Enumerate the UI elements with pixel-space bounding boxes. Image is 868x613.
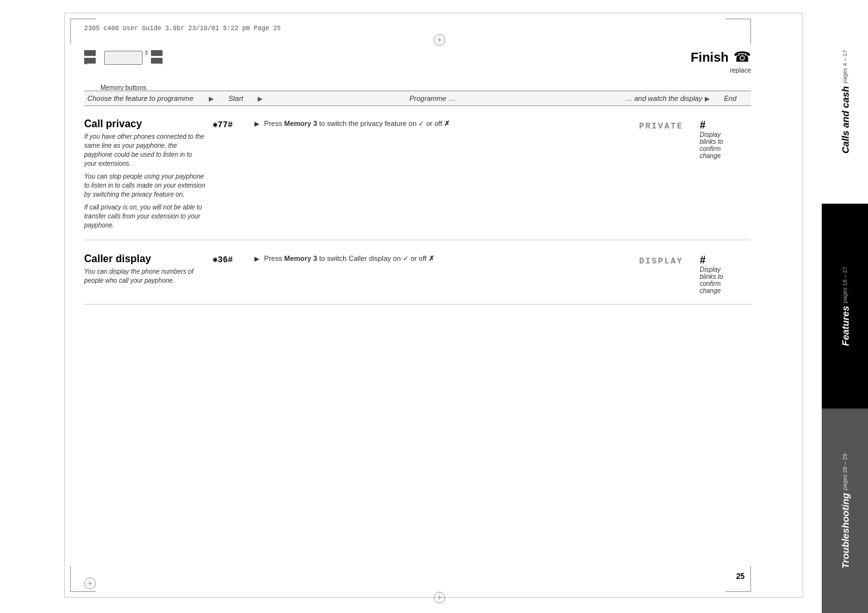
caller-display-desc: Caller display You can display the phone… [84,253,213,285]
crosshair-circle [434,34,445,46]
crosshair-circle-bl [84,578,96,589]
caller-display-title: Caller display [84,253,206,265]
caller-display-end-desc-2: blinks to [700,273,723,280]
arrow-1: ▶ [209,95,214,102]
mem-btn-col-left [84,49,96,64]
header-watch: … and watch the display [599,94,702,102]
xmark-2: ✗ [429,254,434,262]
caller-display-end-desc-3: confirm [700,280,721,287]
corner-tr [725,19,751,44]
sidebar-trouble-content: pages 28 – 29 Troubleshooting [840,454,851,569]
sidebar-trouble-label: Troubleshooting [840,493,851,569]
caller-display-end-desc-4: change [700,287,721,294]
cp-desc-3: If call privacy is on, you will not be a… [84,203,206,230]
finish-label: Finish [691,50,729,65]
call-privacy-start-code: ✱77# [213,118,254,130]
caller-display-desc-text: You can display the phone numbers of peo… [84,267,206,285]
caller-display-row: Caller display You can display the phone… [84,253,751,294]
sidebar-features-pages: pages 18 – 27 [842,267,848,303]
replace-label: replace [691,67,751,74]
mem-btn-col-right [151,49,163,64]
finish-area: Finish ☎ replace [691,49,751,74]
header-start: Start [217,94,255,102]
page-container: 2305 c400 User Guide 3.9br 23/10/01 5:22… [64,13,803,598]
call-privacy-end-desc-4: change [700,152,721,159]
call-privacy-prog: ▶ Press Memory 3 to switch the privacy f… [254,118,623,128]
mem-spacer [104,51,143,65]
header-programme: Programme … [265,94,599,102]
phone-icon: ☎ [734,49,751,66]
memory-area: 1 3 2 4 Memory buttons [84,49,163,91]
call-privacy-end: # Display blinks to confirm change [700,118,751,159]
header-end: End [713,94,751,102]
call-privacy-row: Call privacy If you have other phones co… [84,118,751,230]
sidebar-calls-pages: pages 4 – 17 [842,50,848,84]
call-privacy-end-hash: # [700,120,751,131]
page-number: 25 [736,572,745,581]
sidebar-features-label: Features [840,306,851,346]
memory-3-bold-2: Memory 3 [284,254,317,262]
header-choose: Choose the feature to programme [84,94,206,102]
crosshair-circle-bc [434,592,445,603]
arrow-2: ▶ [258,95,263,102]
sidebar-calls-cash-content: pages 4 – 17 Calls and cash [840,50,851,154]
sidebar-calls-label: Calls and cash [840,86,851,154]
sidebar-troubleshooting: pages 28 – 29 Troubleshooting [822,409,868,613]
caller-display-display: DISPLAY [623,253,700,266]
cp-desc-2: You can stop people using your payphone … [84,172,206,199]
call-privacy-end-desc-3: confirm [700,145,721,152]
prog-arrow-1: ▶ [254,120,260,127]
sidebar-features-content: pages 18 – 27 Features [840,267,851,346]
call-privacy-display: PRIVATE [623,118,700,131]
arrow-3: ▶ [705,95,710,102]
mem-btn-2 [84,58,96,64]
call-privacy-desc: Call privacy If you have other phones co… [84,118,213,230]
right-sidebar: pages 4 – 17 Calls and cash pages 18 – 2… [822,0,868,613]
memory-3-bold: Memory 3 [284,120,317,127]
content-area: Call privacy If you have other phones co… [84,113,751,558]
cp-desc-1: If you have other phones connected to th… [84,132,206,168]
call-privacy-display-text: PRIVATE [639,121,684,131]
call-privacy-end-desc-1: Display [700,131,721,138]
caller-display-end: # Display blinks to confirm change [700,253,751,294]
caller-display-start-code: ✱36# [213,253,254,265]
section-call-privacy: Call privacy If you have other phones co… [84,118,751,240]
mem-btn-4 [151,58,163,64]
call-privacy-desc-text: If you have other phones connected to th… [84,132,206,230]
prog-arrow-2: ▶ [254,255,260,262]
header-row: Choose the feature to programme ▶ Start … [84,91,751,106]
caller-display-end-hash: # [700,254,751,266]
mem-btn-1 [84,50,96,56]
call-privacy-title: Call privacy [84,118,206,130]
caller-display-display-text: DISPLAY [639,256,684,266]
caller-display-end-desc-1: Display [700,266,721,273]
call-privacy-end-desc-2: blinks to [700,138,723,145]
sidebar-features: pages 18 – 27 Features [822,205,868,410]
section-caller-display: Caller display You can display the phone… [84,253,751,305]
sidebar-trouble-pages: pages 28 – 29 [842,454,848,490]
mem-btn-3 [151,50,163,56]
print-info: 2305 c400 User Guide 3.9br 23/10/01 5:22… [84,25,281,32]
xmark-1: ✗ [444,120,450,127]
sidebar-calls-cash: pages 4 – 17 Calls and cash [822,0,868,205]
caller-display-prog: ▶ Press Memory 3 to switch Caller displa… [254,253,623,263]
cd-desc-1: You can display the phone numbers of peo… [84,267,206,285]
